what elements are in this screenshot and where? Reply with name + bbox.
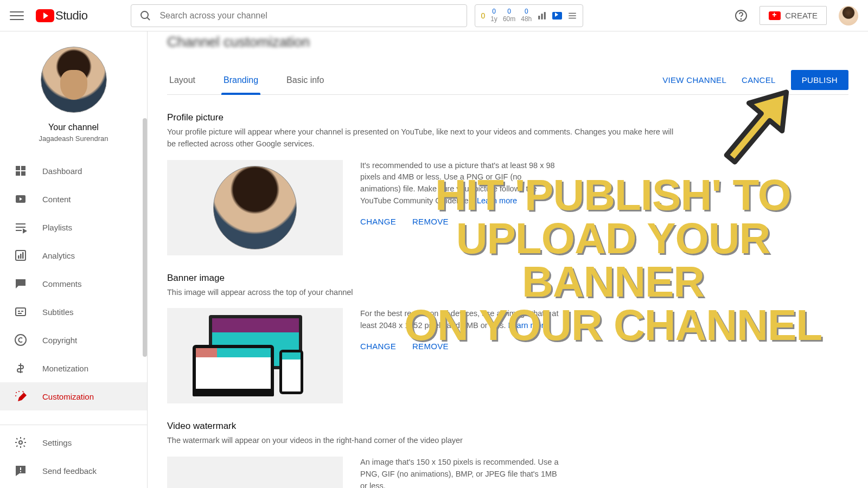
- account-avatar[interactable]: [839, 6, 858, 25]
- sidebar-footer: Settings Send feedback: [0, 425, 147, 488]
- page-title: Channel customization: [167, 31, 848, 50]
- svg-rect-3: [541, 14, 543, 20]
- create-button[interactable]: CREATE: [760, 6, 827, 25]
- learn-more-link[interactable]: Learn more: [508, 321, 548, 330]
- copyright-icon: [14, 333, 27, 346]
- laptop-mockup: [193, 345, 274, 396]
- banner-remove-button[interactable]: REMOVE: [412, 342, 449, 351]
- camera-plus-icon: [769, 11, 781, 20]
- learn-more-link[interactable]: Learn more: [477, 196, 517, 205]
- sidebar-item-dashboard[interactable]: Dashboard: [0, 157, 147, 185]
- sidebar-item-customization[interactable]: Customization: [0, 382, 147, 410]
- view-channel-button[interactable]: VIEW CHANNEL: [662, 75, 726, 85]
- svg-rect-12: [16, 171, 20, 176]
- sidebar-item-label: Playlists: [42, 223, 72, 232]
- logo-text: Studio: [55, 9, 87, 23]
- studio-logo[interactable]: Studio: [36, 9, 87, 23]
- sidebar-item-label: Content: [42, 195, 71, 204]
- tab-branding[interactable]: Branding: [221, 66, 260, 94]
- search-icon: [139, 9, 152, 22]
- help-icon[interactable]: [735, 9, 748, 22]
- sidebar: Your channel Jagadeash Surendran Dashboa…: [0, 31, 148, 488]
- svg-rect-21: [18, 255, 20, 259]
- sidebar-item-label: Customization: [42, 392, 94, 401]
- stat-col-3: 048h: [521, 8, 532, 22]
- tabs-row: Layout Branding Basic info VIEW CHANNEL …: [167, 66, 848, 95]
- bar-chart-icon: [537, 11, 547, 21]
- video-badge-icon: [552, 12, 562, 20]
- svg-line-1: [148, 17, 150, 20]
- svg-point-30: [18, 391, 20, 392]
- profile-title: Profile picture: [167, 112, 848, 123]
- svg-rect-24: [16, 308, 25, 316]
- search-bar[interactable]: [131, 4, 467, 27]
- stats-widget[interactable]: 0 01y 060m 048h: [475, 4, 583, 27]
- tab-layout[interactable]: Layout: [167, 66, 197, 94]
- section-video-watermark: Video watermark The watermark will appea…: [167, 403, 848, 488]
- svg-rect-10: [16, 166, 20, 170]
- sidebar-item-settings[interactable]: Settings: [0, 428, 147, 457]
- channel-title: Your channel: [48, 123, 99, 132]
- cancel-button[interactable]: CANCEL: [742, 75, 776, 85]
- profile-hint: It's recommended to use a picture that's…: [360, 160, 561, 207]
- playlists-icon: [14, 221, 27, 234]
- profile-remove-button[interactable]: REMOVE: [412, 217, 449, 226]
- scrollbar[interactable]: [143, 118, 147, 357]
- watermark-title: Video watermark: [167, 421, 848, 432]
- sidebar-item-subtitles[interactable]: Subtitles: [0, 298, 147, 326]
- watermark-desc: The watermark will appear on your videos…: [167, 435, 677, 447]
- svg-rect-22: [20, 254, 22, 259]
- banner-change-button[interactable]: CHANGE: [360, 342, 396, 351]
- search-input[interactable]: [159, 11, 459, 21]
- svg-rect-23: [22, 252, 24, 259]
- comments-icon: [14, 277, 27, 290]
- menu-icon[interactable]: [10, 9, 24, 23]
- create-label: CREATE: [785, 11, 818, 20]
- stat-pulse: 0: [481, 11, 485, 20]
- svg-point-9: [741, 18, 742, 19]
- sidebar-item-content[interactable]: Content: [0, 185, 147, 213]
- monetization-icon: [14, 362, 27, 375]
- phone-mockup: [279, 350, 303, 394]
- sidebar-item-label: Subtitles: [42, 307, 74, 317]
- stat-col-2: 060m: [503, 8, 515, 22]
- banner-desc: This image will appear across the top of…: [167, 287, 677, 299]
- svg-rect-13: [21, 171, 25, 176]
- profile-change-button[interactable]: CHANGE: [360, 217, 396, 226]
- svg-point-29: [16, 392, 17, 393]
- sidebar-item-copyright[interactable]: Copyright: [0, 326, 147, 354]
- svg-marker-19: [23, 229, 26, 233]
- svg-rect-34: [20, 471, 21, 472]
- top-header: Studio 0 01y 060m 048h CREATE: [0, 0, 868, 31]
- profile-preview: [167, 160, 343, 255]
- channel-avatar[interactable]: [41, 47, 107, 113]
- sidebar-item-monetization[interactable]: Monetization: [0, 354, 147, 382]
- stat-col-1: 01y: [490, 8, 497, 22]
- sidebar-item-playlists[interactable]: Playlists: [0, 213, 147, 241]
- profile-desc: Your profile picture will appear where y…: [167, 126, 677, 150]
- svg-point-28: [15, 335, 26, 345]
- list-icon[interactable]: [567, 11, 577, 21]
- customization-icon: [14, 390, 27, 403]
- header-right: CREATE: [735, 6, 858, 25]
- gear-icon: [14, 436, 27, 449]
- sidebar-item-label: Dashboard: [42, 166, 82, 176]
- profile-image: [213, 166, 297, 249]
- channel-name: Jagadeash Surendran: [39, 134, 108, 143]
- sidebar-item-label: Settings: [42, 438, 72, 447]
- sidebar-item-comments[interactable]: Comments: [0, 269, 147, 298]
- publish-button[interactable]: PUBLISH: [791, 70, 848, 90]
- sidebar-item-feedback[interactable]: Send feedback: [0, 457, 147, 485]
- section-profile-picture: Profile picture Your profile picture wil…: [167, 95, 848, 255]
- svg-point-32: [19, 441, 22, 444]
- tab-basic-info[interactable]: Basic info: [284, 66, 326, 94]
- sidebar-item-label: Send feedback: [42, 466, 97, 476]
- watermark-hint: An image that's 150 x 150 pixels is reco…: [360, 457, 561, 488]
- tab-actions: VIEW CHANNEL CANCEL PUBLISH: [662, 70, 848, 90]
- content-icon: [14, 192, 27, 206]
- svg-rect-33: [20, 467, 21, 470]
- svg-point-31: [15, 395, 16, 396]
- dashboard-icon: [14, 164, 27, 177]
- sidebar-item-label: Comments: [42, 279, 82, 288]
- sidebar-item-analytics[interactable]: Analytics: [0, 241, 147, 269]
